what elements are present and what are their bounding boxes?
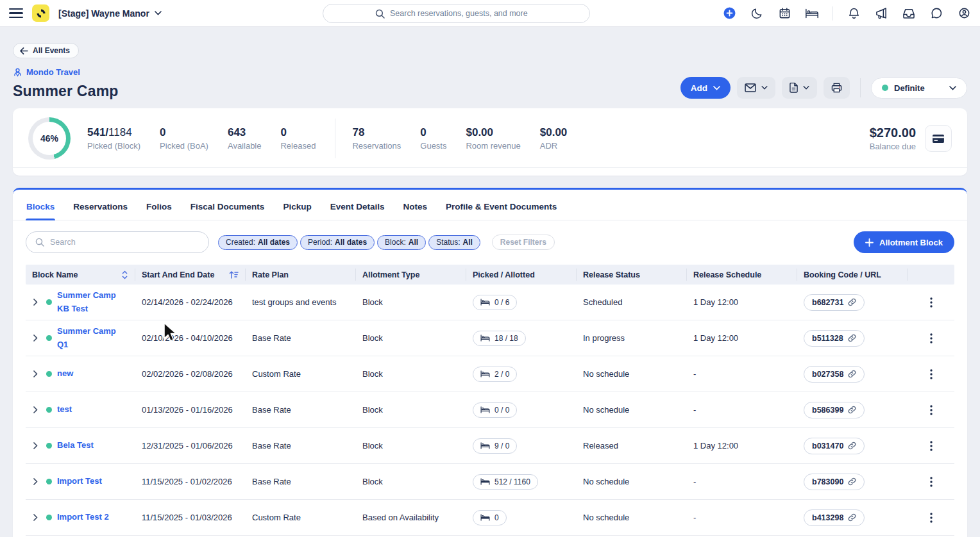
row-menu-kebab-icon[interactable]	[925, 402, 938, 418]
sort-icon[interactable]	[121, 270, 128, 279]
menu-icon[interactable]	[9, 6, 23, 21]
chat-icon[interactable]	[929, 6, 943, 21]
notifications-bell-icon[interactable]	[847, 6, 861, 21]
documents-actions-button[interactable]	[782, 77, 817, 99]
booking-code-chip[interactable]: b586399	[804, 402, 865, 418]
picked-allotted-chip: 18 / 18	[473, 331, 526, 346]
brand-logo[interactable]	[32, 4, 49, 22]
blocks-search-input[interactable]	[50, 238, 185, 247]
expand-row-icon[interactable]	[30, 368, 41, 379]
balance-due-label: Balance due	[870, 142, 916, 151]
picked-allotted-chip: 512 / 1160	[473, 474, 538, 490]
block-name-link[interactable]: new	[57, 367, 73, 380]
print-button[interactable]	[824, 77, 850, 99]
calendar-icon[interactable]	[777, 6, 791, 21]
property-selector[interactable]: [Stage] Wayne Manor	[58, 8, 162, 19]
global-search[interactable]	[323, 4, 590, 23]
start-end-date-cell: 02/14/2026 - 02/24/2026	[135, 293, 246, 311]
column-header-rate-plan[interactable]: Rate Plan	[246, 268, 356, 281]
filter-pill-period[interactable]: Period: All dates	[300, 235, 375, 250]
row-menu-kebab-icon[interactable]	[925, 474, 938, 490]
booking-code-chip[interactable]: b511328	[804, 330, 865, 347]
booking-code-chip[interactable]: b783090	[804, 474, 865, 490]
global-search-input[interactable]	[390, 9, 537, 18]
block-name-link[interactable]: Import Test	[57, 475, 102, 488]
filter-pill-created[interactable]: Created: All dates	[218, 235, 298, 250]
tab-event-details[interactable]: Event Details	[330, 190, 385, 220]
row-menu-kebab-icon[interactable]	[925, 331, 938, 346]
block-name-cell: Bela Test	[26, 435, 135, 456]
add-button[interactable]: Add	[680, 77, 731, 99]
column-header-booking-code-url[interactable]: Booking Code / URL	[797, 268, 908, 281]
tab-pickup[interactable]: Pickup	[282, 190, 312, 220]
booking-code-chip[interactable]: b682731	[804, 294, 865, 311]
column-header-picked-allotted[interactable]: Picked / Allotted	[466, 268, 577, 281]
add-allotment-block-button[interactable]: Allotment Block	[854, 231, 954, 253]
row-menu-kebab-icon[interactable]	[925, 367, 938, 382]
booking-code-chip[interactable]: b027358	[804, 366, 865, 383]
dark-mode-icon[interactable]	[750, 6, 764, 21]
inbox-icon[interactable]	[902, 6, 916, 21]
announcements-megaphone-icon[interactable]	[874, 6, 888, 21]
block-name-link[interactable]: Summer Camp KB Test	[57, 289, 129, 315]
filter-pill-status[interactable]: Status: All	[428, 235, 480, 250]
release-schedule-cell: 1 Day 12:00	[687, 437, 797, 454]
tab-blocks[interactable]: Blocks	[26, 190, 55, 220]
reset-filters-button[interactable]: Reset Filters	[492, 235, 555, 250]
block-name-link[interactable]: Bela Test	[57, 439, 94, 452]
start-end-date-cell: 11/15/2025 - 01/03/2026	[135, 509, 246, 526]
tab-fiscal-documents[interactable]: Fiscal Documents	[190, 190, 266, 220]
allotment-type-cell: Block	[356, 329, 466, 347]
block-status-dot	[46, 407, 52, 413]
stats-group-rooms: 541/1184Picked (Block)0Picked (BoA)643Av…	[87, 126, 335, 151]
filter-pill-block[interactable]: Block: All	[377, 235, 426, 250]
expand-row-icon[interactable]	[30, 440, 41, 451]
bed-icon	[480, 406, 490, 413]
expand-row-icon[interactable]	[30, 475, 41, 487]
blocks-search[interactable]	[26, 231, 209, 253]
quick-add-icon[interactable]	[722, 6, 736, 21]
event-status-selector[interactable]: Definite	[871, 78, 967, 99]
booking-code-chip[interactable]: b413298	[804, 509, 865, 526]
tab-profile-event-documents[interactable]: Profile & Event Documents	[445, 190, 557, 220]
start-end-date-cell: 11/15/2025 - 01/02/2026	[135, 473, 246, 490]
rooms-bed-icon[interactable]	[805, 6, 819, 21]
block-name-link[interactable]: Summer Camp Q1	[57, 325, 129, 351]
status-label: Definite	[894, 83, 925, 93]
column-header-release-schedule[interactable]: Release Schedule	[687, 268, 797, 281]
back-to-all-events-button[interactable]: All Events	[13, 43, 79, 58]
expand-row-icon[interactable]	[30, 297, 41, 308]
block-name-cell: Summer Camp KB Test	[26, 285, 135, 318]
tab-notes[interactable]: Notes	[402, 190, 428, 220]
expand-row-icon[interactable]	[30, 333, 41, 344]
expand-row-icon[interactable]	[30, 511, 41, 523]
credit-card-icon	[932, 134, 945, 144]
picked-allotted-chip: 0 / 0	[473, 402, 517, 418]
account-avatar-icon[interactable]	[957, 6, 971, 21]
column-header-start-and-end-date[interactable]: Start And End Date	[135, 268, 246, 281]
tab-folios[interactable]: Folios	[146, 190, 173, 220]
column-header-allotment-type[interactable]: Allotment Type	[356, 268, 466, 281]
column-header-release-status[interactable]: Release Status	[577, 268, 687, 281]
allotment-type-cell: Block	[356, 293, 466, 311]
row-menu-kebab-icon[interactable]	[925, 295, 938, 310]
envelope-icon	[745, 83, 756, 92]
row-menu-kebab-icon[interactable]	[925, 438, 938, 454]
sort-active-icon[interactable]	[229, 270, 239, 279]
expand-row-icon[interactable]	[30, 404, 41, 415]
detail-tabs: BlocksReservationsFoliosFiscal Documents…	[13, 190, 967, 220]
release-status-cell: No schedule	[577, 401, 687, 418]
payments-button[interactable]	[925, 125, 952, 152]
block-name-link[interactable]: test	[57, 403, 72, 416]
travel-agency-link[interactable]: Mondo Travel	[13, 67, 80, 77]
stat-value: 0	[160, 126, 208, 139]
stat-label: Reservations	[352, 141, 401, 151]
plus-icon	[865, 238, 874, 247]
booking-code-chip[interactable]: b031470	[804, 438, 865, 454]
column-header-block-name[interactable]: Block Name	[26, 268, 135, 281]
tab-reservations[interactable]: Reservations	[72, 190, 128, 220]
block-name-link[interactable]: Import Test 2	[57, 511, 109, 524]
row-menu-kebab-icon[interactable]	[925, 510, 938, 525]
row-actions-cell	[908, 327, 954, 350]
email-actions-button[interactable]	[737, 77, 775, 99]
